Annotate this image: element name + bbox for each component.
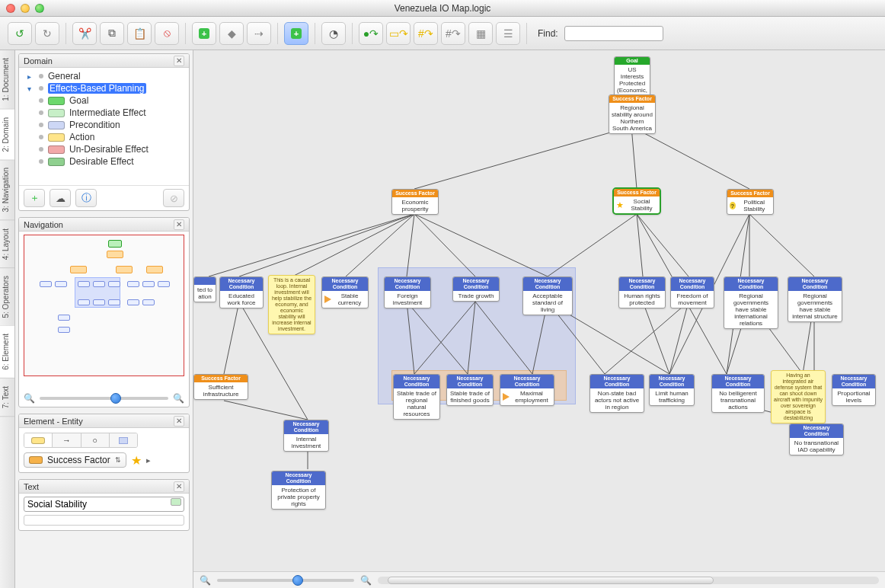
node-sf-infra[interactable]: Success Factor Sufficient infrastructure: [193, 374, 248, 400]
node-nc-badactors[interactable]: Necessary Condition Non-state bad actors…: [589, 374, 644, 413]
find-input[interactable]: [564, 26, 663, 41]
element-tab-box[interactable]: [110, 433, 137, 447]
sidetab-domain[interactable]: 2: Domain: [0, 110, 14, 161]
domain-item-ebp[interactable]: ▾ Effects-Based Planning: [19, 82, 189, 94]
sidetab-navigation[interactable]: 3: Navigation: [0, 160, 14, 220]
element-tab-arrow[interactable]: →: [53, 433, 81, 447]
svg-line-1: [414, 126, 631, 189]
node-nc-iad[interactable]: Necessary Condition No transnational IAD…: [789, 423, 844, 455]
yellow-marker-button[interactable]: ▭↷: [386, 22, 411, 45]
node-nc-humanrights[interactable]: Necessary Condition Human rights protect…: [618, 276, 666, 308]
palette-close-button[interactable]: ✕: [174, 219, 184, 230]
domain-item-action[interactable]: Action: [19, 131, 189, 143]
bullet-icon: [39, 159, 43, 164]
chevron-right-icon[interactable]: ▸: [146, 455, 151, 465]
inspector-panel: Domain ✕ ▸ General ▾ Effects-Based Plann…: [15, 50, 193, 588]
zoom-out-icon[interactable]: 🔍: [200, 575, 211, 586]
domain-disable-button[interactable]: ⊘: [163, 189, 184, 207]
sidetab-operators[interactable]: 5: Operators: [0, 268, 14, 327]
domain-list[interactable]: ▸ General ▾ Effects-Based Planning Goal: [19, 68, 189, 185]
node-nc-proportional[interactable]: Necessary Condition Proportional levels: [832, 374, 876, 406]
element-tab-circle[interactable]: ○: [81, 433, 110, 447]
horizontal-scrollbar[interactable]: [378, 577, 879, 584]
palette-close-button[interactable]: ✕: [174, 481, 184, 492]
list-button[interactable]: ☰: [496, 22, 520, 45]
circle-icon: ○: [92, 436, 97, 445]
domain-item-desirable[interactable]: Desirable Effect: [19, 155, 189, 168]
node-nc-resources[interactable]: Necessary Condition Stable trade of regi…: [393, 374, 440, 420]
node-nc-currency[interactable]: Necessary Condition Stable currency: [321, 276, 369, 308]
text-title-input[interactable]: [24, 497, 184, 512]
relation-button[interactable]: ⇢: [247, 22, 271, 45]
delete-button[interactable]: ⦸: [155, 22, 179, 45]
canvas-zoom-slider[interactable]: [217, 579, 354, 582]
canvas[interactable]: Goal US Interests Protected (Economic, P…: [193, 50, 885, 588]
svg-line-9: [414, 214, 475, 276]
domain-item-intermediate[interactable]: Intermediate Effect: [19, 107, 189, 119]
palette-close-button[interactable]: ✕: [174, 416, 184, 427]
node-nc-employment[interactable]: Necessary Condition Maximal employment: [500, 374, 554, 406]
domain-item-undesirable[interactable]: Un-Desirable Effect: [19, 143, 189, 155]
node-nc-relations[interactable]: Necessary Condition Regional governments…: [724, 276, 778, 329]
tree-toggle-icon[interactable]: ▸: [24, 71, 34, 81]
node-sf-econ[interactable]: Success Factor Economic prosperity: [391, 189, 439, 215]
zoom-slider[interactable]: [40, 397, 168, 400]
zoom-in-icon[interactable]: 🔍: [173, 393, 184, 404]
copy-button[interactable]: ⧉: [100, 22, 124, 45]
paste-button[interactable]: 📋: [127, 22, 152, 45]
sidetab-layout[interactable]: 4: Layout: [0, 221, 14, 268]
node-nc-structure[interactable]: Necessary Condition Regional governments…: [788, 276, 842, 322]
svg-line-34: [224, 401, 308, 420]
node-nc-trafficking[interactable]: Necessary Condition Limit human traffick…: [649, 374, 695, 406]
node-nc-belligerent[interactable]: Necessary Condition No belligerent trans…: [711, 374, 765, 413]
node-nc-movement[interactable]: Necessary Condition Freedom of movement: [670, 276, 714, 308]
node-nc-trade-growth[interactable]: Necessary Condition Trade growth: [452, 276, 500, 302]
node-nc-foreign-inv[interactable]: Necessary Condition Foreign investment: [384, 276, 431, 308]
undo-button[interactable]: ↺: [8, 22, 32, 45]
node-sf-political[interactable]: Success Factor ?Political Stability: [727, 189, 774, 215]
node-nc-partial[interactable]: ted to ation: [193, 276, 216, 302]
yellow-tag-button[interactable]: #↷: [414, 22, 438, 45]
domain-b-button[interactable]: ☁: [50, 189, 71, 207]
color-swatch-icon[interactable]: [171, 498, 181, 506]
navigation-thumbnail[interactable]: [24, 235, 184, 376]
domain-item-goal[interactable]: Goal: [19, 94, 189, 107]
element-tab-entity[interactable]: [24, 433, 53, 447]
green-marker-button[interactable]: ●↷: [359, 22, 383, 45]
connector-button[interactable]: ◆: [219, 22, 244, 45]
cut-button[interactable]: ✂️: [72, 22, 97, 45]
zoom-out-icon[interactable]: 🔍: [24, 393, 35, 404]
element-type-select[interactable]: Success Factor ⇅: [24, 452, 126, 468]
node-sf-social[interactable]: Success Factor ★Social Stability: [612, 187, 661, 215]
svg-line-7: [346, 214, 414, 276]
text-body-input[interactable]: [24, 515, 184, 526]
node-note-causal[interactable]: This is a causal loop. Internal investme…: [268, 275, 315, 334]
redo-button[interactable]: ↻: [35, 22, 59, 45]
domain-add-button[interactable]: ＋: [24, 189, 45, 207]
node-nc-property[interactable]: Necessary Condition Protection of privat…: [271, 471, 326, 510]
sidetab-element[interactable]: 6: Element: [0, 326, 14, 379]
titlebar: Venezuela IO Map.logic: [0, 0, 885, 17]
node-nc-living[interactable]: Necessary Condition Acceptable standard …: [522, 276, 573, 315]
palette-close-button[interactable]: ✕: [174, 56, 184, 66]
zoom-in-icon[interactable]: 🔍: [360, 575, 372, 586]
add-node-button[interactable]: +: [192, 22, 216, 45]
star-icon[interactable]: ★: [131, 453, 142, 468]
grid-button[interactable]: ▦: [468, 22, 493, 45]
tree-toggle-icon[interactable]: ▾: [24, 83, 34, 94]
node-nc-internal-inv[interactable]: Necessary Condition Internal investment: [283, 420, 329, 452]
domain-item-general[interactable]: ▸ General: [19, 70, 189, 82]
domain-info-button[interactable]: ⓘ: [75, 189, 97, 207]
sidetab-document[interactable]: 1: Document: [0, 50, 14, 110]
node-nc-goods[interactable]: Necessary Condition Stable trade of fini…: [446, 374, 494, 406]
arrow-icon: →: [62, 436, 71, 445]
add-child-button[interactable]: +: [284, 22, 308, 45]
node-note-iads[interactable]: Having an integrated air defense system …: [771, 370, 826, 423]
element-title: Element - Entity: [24, 417, 83, 426]
pie-tool-button[interactable]: ◔: [321, 22, 346, 45]
node-sf-top[interactable]: Success Factor Regional stability around…: [609, 94, 656, 134]
domain-item-precondition[interactable]: Precondition: [19, 119, 189, 131]
node-nc-edu[interactable]: Necessary Condition Educated work force: [219, 276, 264, 308]
gray-tag-button[interactable]: #↷: [441, 22, 465, 45]
sidetab-text[interactable]: 7: Text: [0, 379, 14, 417]
